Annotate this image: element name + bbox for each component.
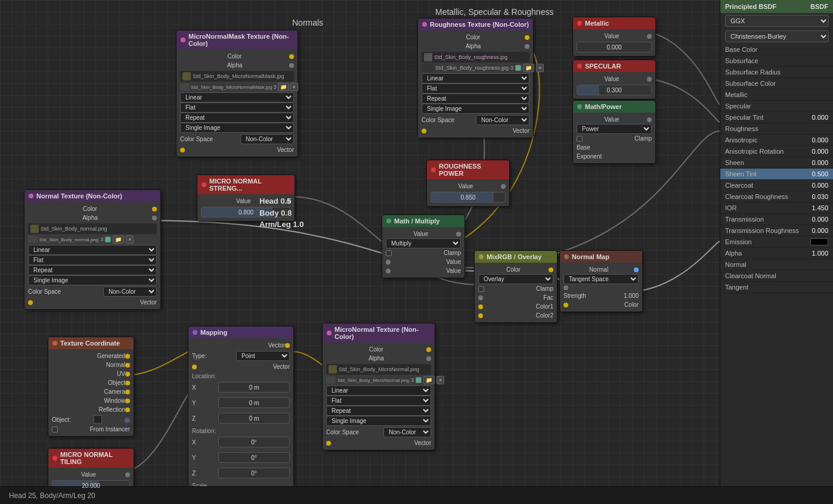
mt-out-socket [125, 472, 130, 477]
map-loc-z-bar[interactable]: 0 m [218, 413, 290, 424]
emission-color-swatch [810, 238, 828, 245]
map-type-select[interactable]: Point [236, 351, 290, 361]
mm-clamp-cb[interactable] [386, 250, 392, 256]
tc-instancer-cb[interactable] [52, 427, 58, 433]
nt-vector-row: Vector [28, 298, 157, 307]
mnt-repeat[interactable]: Repeat [326, 406, 431, 416]
mm-repeat[interactable]: Repeat [180, 113, 294, 123]
roughness-power-bar[interactable]: 0.850 [431, 192, 506, 203]
mm-browse[interactable]: 📁 [278, 83, 289, 91]
nt-interp[interactable]: Linear [28, 245, 157, 255]
nt-file-row: Std_Skin_Body_normal.png [28, 223, 157, 234]
math-multiply-body: Value Multiply Clamp Value Value [382, 227, 465, 278]
roughness-repeat[interactable]: Repeat [422, 94, 529, 104]
map-rot-z-bar[interactable]: 0° [218, 468, 290, 478]
mnt-proj[interactable]: Single Image [326, 416, 431, 426]
math-power-op[interactable]: Power [577, 124, 652, 134]
mm-proj[interactable]: Single Image [180, 123, 294, 133]
roughness-interp[interactable]: Linear [422, 73, 529, 83]
bsdf-subsurface-select[interactable]: Christensen-Burley [725, 30, 829, 42]
roughness-color-socket [525, 35, 529, 40]
mm-clamp-row: Clamp [386, 248, 461, 257]
nt-repeat[interactable]: Repeat [28, 265, 157, 275]
mm-op-select[interactable]: Multiply [386, 238, 461, 248]
mt-value-out: Value [52, 470, 130, 479]
metallic-value-bar[interactable]: 0.000 [577, 42, 652, 52]
mnt-cs-select[interactable]: Non-Color [383, 427, 431, 437]
micronormal-texture-body: Color Alpha Std_Skin_Body_MicroNormal.pn… [323, 343, 435, 450]
math-power-clamp-cb[interactable] [577, 136, 583, 142]
nt-cs-row: Color Space Non-Color [28, 285, 157, 298]
roughness-cs-select[interactable]: Non-Color [476, 115, 529, 125]
mnt-interp[interactable]: Linear [326, 385, 431, 396]
specular-value-label: Value [577, 74, 652, 83]
math-multiply-dot [386, 219, 391, 223]
bottom-label: Head 25, Body/Arm/Leg 20 [9, 491, 95, 500]
mm-ext[interactable]: Flat [180, 102, 294, 113]
tc-reflection-socket [125, 407, 130, 412]
nm-color-in [563, 303, 568, 307]
texcoord-dot [52, 341, 57, 346]
bsdf-shader-select[interactable]: GGX [725, 15, 829, 27]
nt-ext[interactable]: Flat [28, 255, 157, 265]
roughness-vector-row: Vector [422, 126, 529, 135]
nt-proj[interactable]: Single Image [28, 275, 157, 285]
mix-blend[interactable]: Overlay [478, 274, 553, 284]
tc-object: Object [52, 378, 130, 387]
tc-obj-picker[interactable] [94, 415, 102, 424]
nm-space[interactable]: Tangent Space [563, 274, 639, 284]
map-rot-x-bar[interactable]: 0° [218, 437, 290, 447]
roughness-colorspace-row: Color Space Non-Color [422, 114, 529, 126]
map-loc-y-bar[interactable]: 0 m [218, 397, 290, 408]
normal-texture-header: Normal Texture (Non-Color) [24, 190, 160, 202]
micro-strength-bar[interactable]: 0.800 [201, 207, 291, 217]
roughness-browse[interactable]: 📁 [523, 64, 534, 72]
nt-x[interactable]: × [126, 235, 134, 244]
mnt-x[interactable]: × [436, 376, 444, 384]
nm-color-row: Color [563, 300, 639, 309]
bsdf-title: Principled BSDF [725, 3, 776, 10]
mm-preview [182, 72, 191, 80]
roughness-check[interactable] [515, 65, 521, 71]
mnt-browse[interactable]: 📁 [423, 376, 435, 384]
bsdf-shader-row: GGX [720, 13, 833, 29]
tc-eyedropper[interactable]: ◎ [125, 416, 130, 423]
mm-x[interactable]: × [290, 83, 298, 91]
tc-window: Window [52, 396, 130, 405]
prop-alpha: Alpha 1.000 [720, 248, 833, 259]
roughness-ext[interactable]: Flat [422, 83, 529, 94]
mix-clamp-cb[interactable] [478, 286, 484, 292]
mm-cs-select[interactable]: Non-Color [240, 134, 294, 144]
nt-browse[interactable]: 📁 [113, 235, 124, 244]
mnt-ext[interactable]: Flat [326, 396, 431, 406]
micronormal-mask-header: MicroNormalMask Texture (Non-Color) [176, 30, 298, 49]
nt-check[interactable] [105, 237, 111, 242]
mm-alpha-out: Alpha [180, 61, 294, 70]
tc-object-label: Object: ◎ [52, 414, 130, 425]
prop-transmission-roughness: Transmission Roughness 0.000 [720, 225, 833, 237]
prop-emission: Emission [720, 237, 833, 248]
map-rotation-label: Rotation: [192, 428, 290, 434]
mm-interp[interactable]: Linear [180, 92, 294, 102]
map-rot-y: Y 0° [192, 450, 290, 465]
mnt-alpha-out: Alpha [326, 354, 431, 363]
nt-color-socket [152, 207, 157, 211]
specular-body: Value 0.300 [573, 72, 655, 99]
math-multiply-header: Math / Multiply [382, 215, 465, 227]
specular-value-bar[interactable]: 0.300 [577, 85, 652, 95]
map-rot-y-bar[interactable]: 0° [218, 452, 290, 463]
mm-color-socket [289, 54, 294, 59]
metallic-value-socket [647, 34, 652, 39]
mm-alpha-socket [289, 63, 294, 68]
roughness-color-row: Color [422, 33, 529, 42]
mm-value-out: Value [386, 229, 461, 238]
tc-camera: Camera [52, 387, 130, 396]
mnt-check[interactable] [416, 377, 422, 383]
roughness-proj[interactable]: Single Image [422, 104, 529, 114]
roughness-x[interactable]: × [536, 64, 544, 72]
nt-preview [30, 225, 39, 233]
nt-cs-select[interactable]: Non-Color [103, 287, 157, 297]
map-loc-x-bar[interactable]: 0 m [218, 382, 290, 393]
tc-uv: UV [52, 369, 130, 378]
normal-texture-body: Color Alpha Std_Skin_Body_normal.png Std… [24, 202, 160, 309]
